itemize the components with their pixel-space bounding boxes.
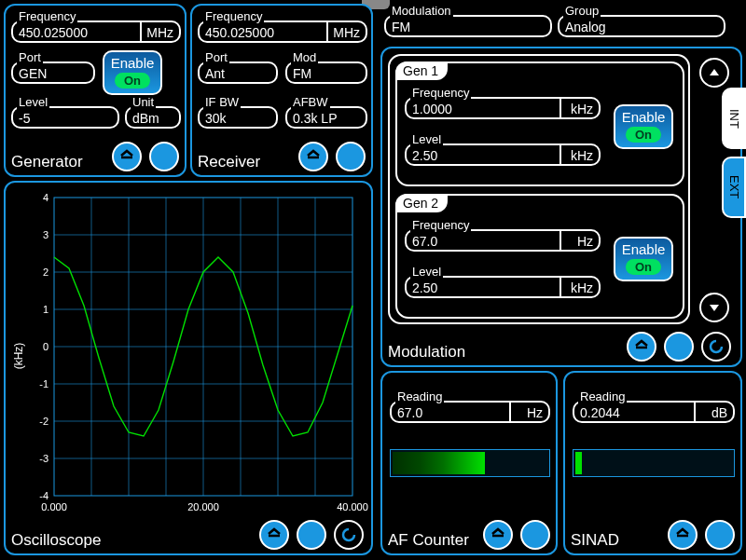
gen-action-button[interactable] (149, 142, 179, 171)
field-value: Ant (205, 66, 225, 81)
side-tab-int[interactable]: INT (722, 88, 746, 149)
rx-action-button[interactable] (336, 142, 366, 171)
mod-expand-button[interactable] (627, 332, 656, 362)
mod-settings-button[interactable] (701, 332, 731, 362)
field-unit: kHz (571, 280, 593, 295)
svg-text:-1: -1 (39, 378, 48, 389)
enable-label: Enable (615, 109, 671, 125)
sinad-bar-meter (573, 449, 735, 477)
rx-afbw-field[interactable]: AFBW 0.3k LP (285, 106, 367, 129)
sinad-expand-button[interactable] (668, 520, 698, 550)
field-label: Frequency (410, 218, 471, 232)
field-label: IF BW (203, 95, 241, 109)
enable-state: On (626, 259, 661, 275)
side-tab-label: INT (727, 109, 741, 129)
gen1-frequency-field[interactable]: Frequency 1.0000 kHz (405, 97, 601, 119)
field-label: Reading (395, 389, 444, 403)
field-unit: Hz (577, 234, 593, 249)
field-label: AFBW (291, 95, 330, 109)
field-value: 450.025000 (205, 25, 274, 40)
gen-frequency-field[interactable]: Frequency 450.025000 MHz (11, 20, 181, 43)
field-label: Group (563, 4, 601, 18)
field-value: 2.50 (412, 148, 437, 163)
gen1-tab: Gen 1 (395, 61, 448, 80)
field-label: Frequency (17, 9, 77, 23)
rx-expand-button[interactable] (298, 142, 328, 171)
gen-port-field[interactable]: Port GEN (11, 61, 95, 84)
afc-expand-button[interactable] (483, 520, 513, 550)
enable-label: Enable (615, 241, 671, 257)
field-unit: kHz (571, 148, 593, 163)
sinad-reading-field[interactable]: Reading 0.2044 dB (573, 401, 735, 423)
field-value: dBm (132, 111, 159, 126)
modulation-gens-container: Gen 1 Frequency 1.0000 kHz Level 2.50 kH… (388, 54, 690, 324)
field-value: 67.0 (397, 405, 422, 420)
oscilloscope-plot: -4-3-2-101234 0.00020.00040.000 (kHz) (11, 188, 369, 518)
gen-enable-button[interactable]: Enable On (103, 50, 162, 95)
field-label: Reading (578, 389, 627, 403)
gen2-enable-button[interactable]: Enable On (614, 237, 673, 281)
field-value: FM (293, 66, 311, 81)
panel-title: SINAD (571, 531, 619, 550)
svg-text:20.000: 20.000 (187, 501, 219, 512)
osc-expand-button[interactable] (259, 520, 289, 550)
afc-action-button[interactable] (520, 520, 550, 550)
panel-title: AF Counter (388, 531, 472, 550)
svg-text:(kHz): (kHz) (12, 343, 25, 370)
oscilloscope-panel: -4-3-2-101234 0.00020.00040.000 (kHz) Os… (4, 181, 373, 555)
field-unit: dB (711, 405, 727, 420)
receiver-panel: Frequency 450.025000 MHz Port Ant Mod FM… (190, 4, 373, 177)
gen1-enable-button[interactable]: Enable On (614, 104, 673, 149)
afc-reading-field[interactable]: Reading 67.0 Hz (390, 401, 550, 423)
gen1-level-field[interactable]: Level 2.50 kHz (405, 143, 601, 166)
field-label: Modulation (390, 4, 453, 18)
field-label: Frequency (410, 86, 471, 100)
field-unit: MHz (146, 25, 173, 40)
osc-action-button[interactable] (297, 520, 326, 550)
gen-unit-field[interactable]: Unit dBm (125, 106, 181, 129)
enable-label: Enable (104, 55, 160, 71)
svg-text:0.000: 0.000 (41, 501, 67, 512)
svg-text:40.000: 40.000 (337, 501, 368, 512)
svg-text:0: 0 (43, 341, 48, 352)
panel-title: Receiver (198, 153, 260, 171)
field-label: Port (203, 50, 229, 64)
rx-port-field[interactable]: Port Ant (198, 61, 278, 84)
gen1-subpanel: Gen 1 Frequency 1.0000 kHz Level 2.50 kH… (395, 61, 684, 186)
field-label: Frequency (203, 9, 264, 23)
field-value: 30k (205, 111, 227, 126)
field-label: Mod (291, 50, 318, 64)
mod-scroll-up-button[interactable] (699, 58, 729, 88)
gen2-level-field[interactable]: Level 2.50 kHz (405, 276, 601, 298)
rx-ifbw-field[interactable]: IF BW 30k (198, 106, 278, 129)
field-value: Analog (565, 20, 606, 34)
mod-scroll-down-button[interactable] (699, 293, 729, 322)
sinad-action-button[interactable] (705, 520, 735, 550)
gen-level-field[interactable]: Level -5 (11, 106, 119, 129)
field-value: 1.0000 (412, 102, 452, 116)
field-label: Level (410, 265, 443, 279)
top-group-field[interactable]: Group Analog (558, 15, 725, 37)
rx-frequency-field[interactable]: Frequency 450.025000 MHz (198, 20, 367, 43)
panel-title: Generator (11, 153, 83, 171)
osc-settings-button[interactable] (334, 520, 364, 550)
field-unit: MHz (333, 25, 360, 40)
sinad-panel: Reading 0.2044 dB SINAD (563, 371, 742, 555)
side-tab-ext[interactable]: EXT (722, 157, 746, 218)
gen2-frequency-field[interactable]: Frequency 67.0 Hz (405, 229, 601, 252)
top-modulation-field[interactable]: Modulation FM (384, 15, 552, 37)
svg-text:-4: -4 (39, 490, 48, 501)
field-label: Level (410, 132, 443, 146)
enable-state: On (626, 127, 661, 143)
svg-text:2: 2 (43, 266, 48, 278)
field-value: 2.50 (412, 280, 437, 295)
svg-text:-3: -3 (39, 453, 48, 464)
rx-mod-field[interactable]: Mod FM (285, 61, 367, 84)
field-label: Level (17, 95, 49, 109)
panel-title: Modulation (388, 343, 465, 362)
field-value: -5 (19, 111, 30, 126)
side-tab-label: EXT (727, 175, 741, 198)
mod-action-button[interactable] (664, 332, 694, 362)
field-value: GEN (19, 66, 47, 81)
gen-expand-button[interactable] (112, 142, 142, 171)
